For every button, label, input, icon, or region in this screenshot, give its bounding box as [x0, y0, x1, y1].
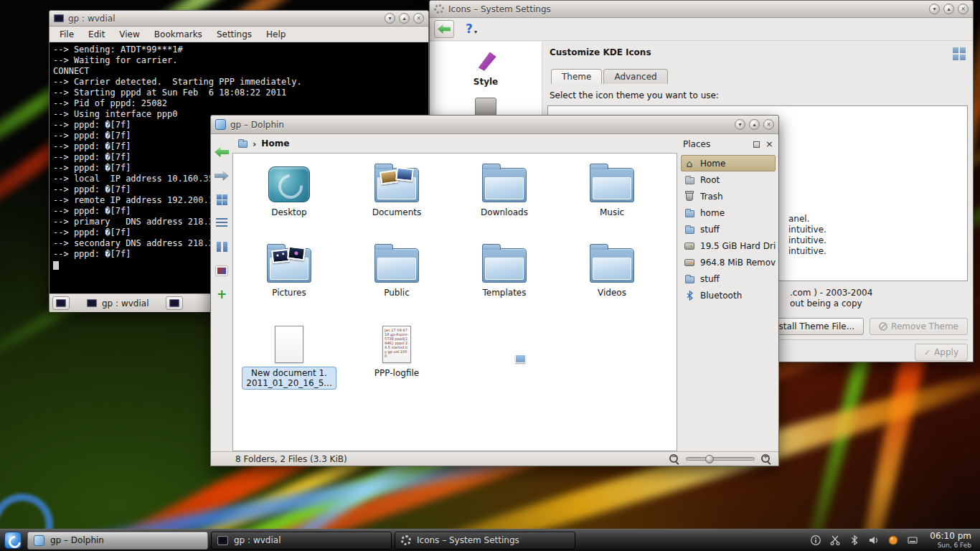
menu-edit[interactable]: Edit: [88, 29, 105, 39]
menu-help[interactable]: Help: [266, 29, 286, 39]
dolphin-titlebar[interactable]: gp – Dolphin ▾ ▴ ×: [211, 116, 778, 134]
columns-view-button[interactable]: [214, 240, 230, 253]
minimize-button[interactable]: ▾: [929, 4, 940, 14]
place-hard-drive[interactable]: 19.5 GiB Hard Drive: [681, 237, 776, 254]
menu-settings[interactable]: Settings: [217, 29, 252, 39]
tab-theme[interactable]: Theme: [551, 69, 602, 84]
back-arrow-icon: [438, 24, 451, 34]
help-button[interactable]: ? ▾: [466, 23, 477, 35]
breadcrumb-home[interactable]: Home: [261, 138, 289, 149]
dolphin-title: gp – Dolphin: [230, 120, 284, 130]
zoom-out-icon[interactable]: −: [669, 454, 679, 464]
tab-advanced[interactable]: Advanced: [603, 69, 667, 84]
new-tab-button[interactable]: [52, 296, 70, 310]
zoom-slider-handle[interactable]: [705, 455, 714, 463]
menu-bookmarks[interactable]: Bookmarks: [154, 29, 202, 39]
bluetooth-icon[interactable]: [849, 534, 860, 546]
folder-item[interactable]: Pictures: [235, 238, 343, 319]
detach-panel-icon[interactable]: [753, 141, 760, 148]
close-panel-icon[interactable]: ×: [765, 141, 773, 148]
apply-button[interactable]: ✓ Apply: [915, 344, 968, 361]
desktop-folder-icon: [268, 166, 310, 202]
folder-item[interactable]: Music: [558, 158, 666, 238]
network-icon[interactable]: [887, 534, 899, 546]
icon-grid-overview-icon[interactable]: [953, 47, 966, 60]
place-home[interactable]: ⌂ Home: [681, 155, 776, 171]
folder-icon: [374, 248, 419, 283]
folder-icon: [685, 210, 694, 217]
minimize-button[interactable]: ▾: [385, 13, 395, 24]
back-button[interactable]: [214, 146, 230, 159]
folder-item[interactable]: Downloads: [451, 158, 558, 238]
maximize-button[interactable]: ▴: [943, 4, 954, 14]
close-button[interactable]: ×: [958, 4, 969, 14]
new-tab-icon: [56, 299, 66, 307]
taskbar: gp – Dolphin gp : wvdial Icons – System …: [0, 529, 980, 551]
volume-icon[interactable]: [868, 534, 880, 546]
root-folder-icon: [685, 177, 694, 184]
document-icon: [275, 326, 303, 363]
dolphin-statusbar: 8 Folders, 2 Files (3.3 KiB) − +: [211, 451, 778, 466]
forward-button[interactable]: [214, 169, 230, 182]
file-item[interactable]: Jan 17 09:47:18 gp-Aspire-5738 pppd[1946…: [343, 319, 451, 399]
place-removable-drive[interactable]: 964.8 MiB Remov...: [681, 254, 776, 270]
zoom-in-icon[interactable]: +: [761, 454, 771, 464]
maximize-button[interactable]: ▴: [399, 13, 410, 24]
gear-icon: [401, 535, 411, 545]
folder-item[interactable]: Desktop: [235, 158, 343, 238]
dolphin-icon: [34, 535, 44, 546]
place-trash[interactable]: Trash: [681, 188, 776, 204]
preview-button[interactable]: [214, 264, 230, 277]
remove-theme-button[interactable]: Remove Theme: [870, 318, 968, 335]
folder-icon: [482, 168, 527, 202]
menu-view[interactable]: View: [119, 29, 139, 39]
taskbar-item-system-settings[interactable]: Icons – System Settings: [395, 532, 575, 550]
device-notifier-icon[interactable]: [907, 534, 918, 546]
settings-titlebar[interactable]: Icons – System Settings ▾ ▴ ×: [430, 1, 973, 18]
terminal-tab[interactable]: gp : wvdial: [75, 296, 160, 311]
place-folder-home[interactable]: home: [681, 204, 776, 221]
home-icon: ⌂: [687, 159, 693, 168]
split-view-button[interactable]: +: [214, 288, 230, 301]
place-folder-stuff[interactable]: stuff: [681, 221, 776, 237]
place-bluetooth[interactable]: Bluetooth: [681, 287, 776, 303]
terminal-titlebar[interactable]: gp : wvdial ▾ ▴ ×: [50, 11, 428, 27]
folder-item[interactable]: Videos: [558, 238, 666, 319]
digital-clock[interactable]: 06:10 pm Sun, 6 Feb: [925, 532, 980, 549]
close-button[interactable]: ×: [763, 119, 774, 130]
folder-icon: [590, 248, 634, 283]
maximize-button[interactable]: ▴: [749, 119, 760, 130]
notifications-icon[interactable]: [810, 534, 821, 546]
help-icon: ?: [466, 23, 473, 35]
remove-icon: [879, 322, 887, 331]
place-root[interactable]: Root: [681, 171, 776, 188]
style-icon[interactable]: [473, 49, 499, 73]
file-item-selected[interactable]: New document 1. 2011_01_20_16_5...: [235, 319, 343, 399]
tab-list-button[interactable]: [166, 296, 183, 310]
breadcrumb-folder-icon[interactable]: [238, 141, 248, 148]
folder-item[interactable]: Templates: [451, 238, 558, 319]
close-button[interactable]: ×: [413, 13, 424, 24]
klipper-icon[interactable]: [829, 534, 841, 546]
application-launcher-button[interactable]: [0, 529, 26, 551]
next-category-icon[interactable]: [475, 98, 496, 116]
folder-item[interactable]: Public: [343, 238, 451, 319]
folder-icon: [685, 276, 694, 283]
back-button[interactable]: [434, 20, 454, 38]
taskbar-item-dolphin[interactable]: gp – Dolphin: [27, 532, 208, 550]
terminal-line: --> Starting pppd at Sun Feb 6 18:08:22 …: [53, 88, 425, 98]
icons-view-button[interactable]: [214, 193, 230, 206]
menu-file[interactable]: File: [60, 29, 74, 39]
details-view-icon: [216, 218, 227, 228]
clock-time: 06:10 pm: [930, 532, 971, 542]
taskbar-item-wvdial[interactable]: gp : wvdial: [211, 532, 392, 550]
folder-item[interactable]: Documents: [343, 158, 451, 238]
sidebar-item-style[interactable]: Style: [473, 77, 498, 87]
zoom-slider[interactable]: [686, 457, 755, 461]
place-folder-stuff2[interactable]: stuff: [681, 270, 776, 287]
drag-ghost: [515, 354, 526, 363]
file-view[interactable]: Desktop Documents Downloads Music: [232, 153, 677, 451]
details-view-button[interactable]: [214, 217, 230, 230]
minimize-button[interactable]: ▾: [735, 119, 745, 130]
tab-list-icon: [169, 299, 179, 307]
